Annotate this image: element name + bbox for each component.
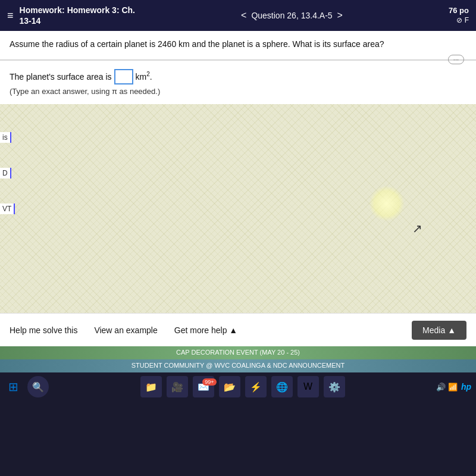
view-example-link[interactable]: View an example [94, 325, 157, 335]
more-options-button[interactable]: ··· [448, 55, 464, 64]
header-bar: ≡ Homework: Homework 3: Ch. 13-14 < Ques… [0, 0, 476, 31]
cursor-arrow: ↗ [412, 221, 422, 236]
windows-start-button[interactable]: ⊞ [5, 378, 21, 395]
question-label: Question 26, 13.4.A-5 [251, 11, 332, 20]
hw-title: Homework: Homework 3: Ch. 13-14 [20, 5, 135, 26]
question-card: Assume the radius of a certain planet is… [0, 31, 476, 60]
taskbar-folder-button[interactable]: 📂 [219, 376, 240, 397]
get-more-help-link[interactable]: Get more help ▲ [174, 325, 237, 335]
answer-line: The planet's surface area is km2. [10, 69, 466, 84]
light-glow [369, 186, 405, 221]
search-icon: 🔍 [32, 381, 44, 393]
next-question-button[interactable]: > [337, 10, 343, 21]
taskbar-word-button[interactable]: W [298, 376, 319, 397]
hamburger-menu-icon[interactable]: ≡ [7, 10, 14, 22]
hw-flag: ⊘ F [449, 16, 469, 26]
taskbar-right: 🔊 📶 hp [436, 382, 471, 392]
header-right: 76 po ⊘ F [449, 6, 469, 25]
answer-prefix: The planet's surface area is [10, 72, 112, 82]
taskbar-settings-button[interactable]: ⚙️ [324, 376, 345, 397]
answer-area: The planet's surface area is km2. (Type … [0, 60, 476, 104]
help-me-solve-link[interactable]: Help me solve this [10, 325, 77, 335]
header-left: ≡ Homework: Homework 3: Ch. 13-14 [7, 5, 135, 26]
notification-bar-1: CAP DECORATION EVENT (MAY 20 - 25) [0, 346, 476, 359]
taskbar-files-button[interactable]: 📁 [140, 376, 162, 397]
main-content: Assume the radius of a certain planet is… [0, 31, 476, 346]
hw-title-line1: Homework: Homework 3: Ch. [20, 5, 135, 15]
mail-badge: 99+ [202, 378, 216, 386]
hp-logo: hp [461, 382, 471, 392]
side-label-is: is [0, 132, 11, 143]
side-label-d: D [0, 168, 11, 178]
taskbar-search-button[interactable]: 🔍 [27, 376, 49, 397]
hw-title-line2: 13-14 [20, 15, 135, 26]
prev-question-button[interactable]: < [241, 10, 246, 21]
question-text: Assume the radius of a certain planet is… [10, 39, 466, 49]
hw-score: 76 po [449, 6, 469, 16]
action-bar: Help me solve this View an example Get m… [0, 313, 476, 346]
taskbar-video-button[interactable]: 🎥 [167, 376, 188, 397]
system-tray: 🔊 📶 [436, 383, 458, 392]
media-button[interactable]: Media ▲ [412, 321, 466, 340]
side-label-vt: VT [0, 203, 15, 214]
hint-text: (Type an exact answer, using π as needed… [10, 87, 466, 96]
taskbar-lightning-button[interactable]: ⚡ [245, 376, 267, 397]
taskbar-center: 📁 🎥 ✉️ 99+ 📂 ⚡ 🌐 W ⚙️ [55, 376, 430, 397]
notification-bar-2: STUDENT COMMUNITY @ WVC COALINGA & NDC A… [0, 359, 476, 372]
taskbar-edge-button[interactable]: 🌐 [271, 376, 293, 397]
answer-input[interactable] [114, 69, 133, 84]
unit-label: km2. [136, 71, 152, 82]
windows-taskbar: ⊞ 🔍 📁 🎥 ✉️ 99+ 📂 ⚡ 🌐 W ⚙️ 🔊 📶 hp [0, 372, 476, 401]
header-center: < Question 26, 13.4.A-5 > [241, 10, 343, 21]
